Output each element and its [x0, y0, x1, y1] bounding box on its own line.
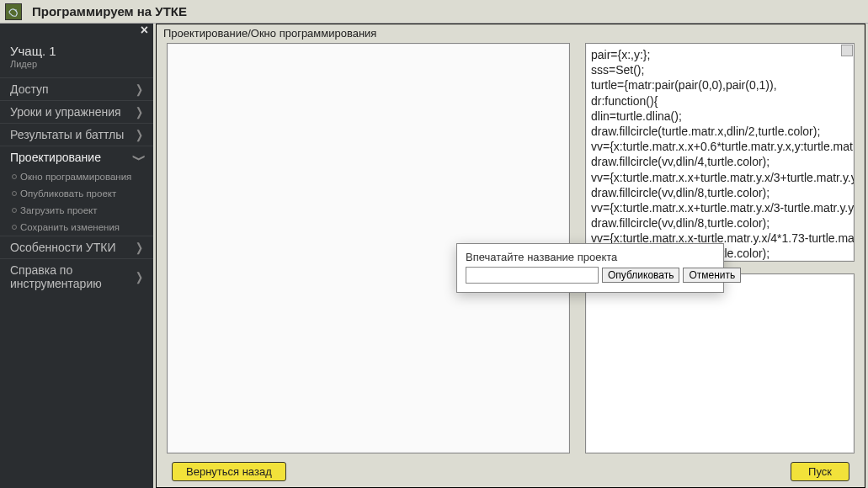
sub-item-load-project[interactable]: Загрузить проект — [0, 202, 153, 219]
nav-item-help[interactable]: Справка по инструментарию ❯ — [0, 258, 153, 294]
output-panel[interactable] — [585, 273, 855, 454]
breadcrumb: Проектирование/Окно программирования — [157, 24, 865, 42]
nav-label: Результаты и баттлы — [10, 128, 124, 141]
user-role: Лидер — [10, 59, 143, 69]
nav-item-lessons[interactable]: Уроки и упражнения ❯ — [0, 100, 153, 123]
project-name-input[interactable] — [466, 267, 599, 284]
nav-label: Справка по инструментарию — [10, 263, 136, 290]
main-area: Проектирование/Окно программирования pai… — [153, 24, 868, 488]
nav-label: Особенности УТКИ — [10, 241, 116, 254]
nav-item-results[interactable]: Результаты и баттлы ❯ — [0, 123, 153, 146]
chevron-right-icon: ❯ — [136, 82, 143, 97]
dialog-cancel-button[interactable]: Отменить — [683, 268, 741, 283]
dialog-label: Впечатайте название проекта — [466, 251, 715, 263]
sidebar-close-icon[interactable]: × — [141, 24, 148, 37]
dialog-publish-button[interactable]: Опубликовать — [602, 268, 679, 283]
run-button[interactable]: Пуск — [791, 462, 849, 481]
nav-label: Проектирование — [10, 151, 101, 164]
svg-point-0 — [15, 9, 17, 11]
app-logo — [5, 3, 22, 20]
chevron-right-icon: ❯ — [136, 105, 143, 119]
sub-item-save-changes[interactable]: Сохранить изменения — [0, 219, 153, 236]
code-text: pair={x:,y:}; sss=Set(); turtle={matr:pa… — [591, 48, 855, 262]
nav-item-features[interactable]: Особенности УТКИ ❯ — [0, 236, 153, 258]
nav-item-access[interactable]: Доступ ❯ — [0, 77, 153, 100]
code-panel[interactable]: pair={x:,y:}; sss=Set(); turtle={matr:pa… — [585, 43, 855, 262]
chevron-right-icon: ❯ — [136, 270, 143, 284]
user-name: Учащ. 1 — [10, 44, 143, 58]
sub-item-programming-window[interactable]: Окно программирования — [0, 168, 153, 185]
nav-item-design[interactable]: Проектирование ❯ — [0, 146, 153, 168]
chevron-right-icon: ❯ — [136, 128, 143, 142]
publish-dialog: Впечатайте название проекта Опубликовать… — [456, 243, 724, 293]
app-title: Программируем на УТКЕ — [32, 4, 187, 19]
chevron-right-icon: ❯ — [136, 241, 143, 255]
nav-label: Уроки и упражнения — [10, 105, 121, 119]
sub-item-publish-project[interactable]: Опубликовать проект — [0, 185, 153, 202]
sidebar: × Учащ. 1 Лидер Доступ ❯ Уроки и упражне… — [0, 24, 153, 488]
nav-label: Доступ — [10, 82, 49, 96]
back-button[interactable]: Вернуться назад — [172, 462, 286, 481]
user-block: Учащ. 1 Лидер — [0, 37, 153, 77]
chevron-down-icon: ❯ — [132, 154, 146, 162]
titlebar: Программируем на УТКЕ — [0, 0, 868, 24]
bottom-bar: Вернуться назад Пуск — [157, 455, 865, 487]
scrollbar-handle[interactable] — [841, 45, 853, 56]
